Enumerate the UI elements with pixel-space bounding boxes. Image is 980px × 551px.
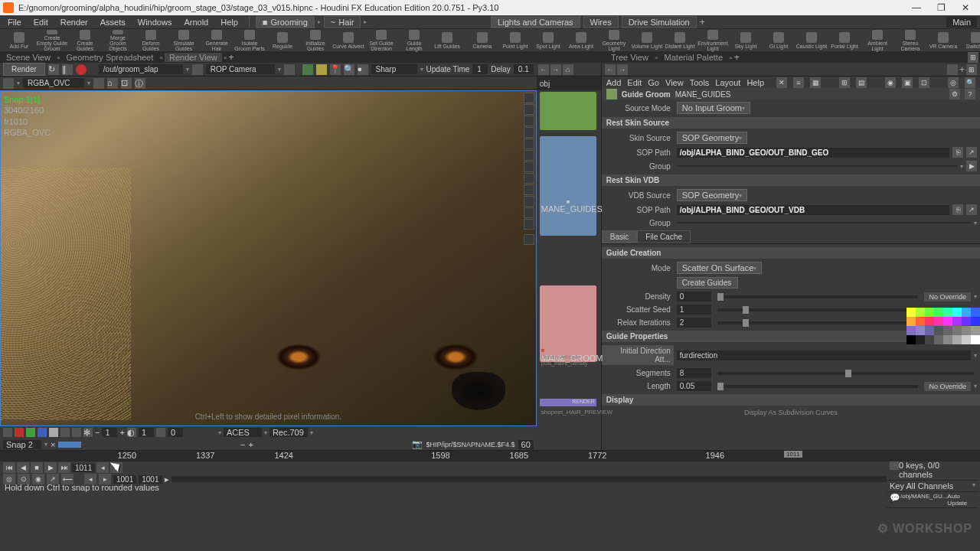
tab-tree-view[interactable]: Tree View (606, 53, 653, 62)
vdb-source-select[interactable]: SOP Geometry▾ (677, 189, 747, 201)
vb-icon[interactable] (60, 428, 70, 437)
render-path[interactable]: /out/groom_slap (99, 64, 183, 74)
chooser-icon[interactable]: ⎘ (952, 147, 963, 158)
color-swatch[interactable] (952, 326, 962, 335)
home-icon[interactable]: ⌂ (107, 78, 118, 89)
section-guide-creation[interactable]: Guide Creation (602, 247, 980, 259)
help-icon[interactable]: ? (965, 89, 975, 99)
vb-icon[interactable] (156, 428, 165, 437)
vp-tool-icon[interactable] (524, 173, 534, 184)
seed-input[interactable]: 1 (677, 305, 711, 315)
aov-select[interactable]: RGBA_OVC (23, 78, 84, 88)
pin-icon[interactable]: 📍 (330, 64, 341, 75)
color-swatch[interactable] (952, 308, 962, 317)
p-tool-icon[interactable]: ⊡ (919, 77, 929, 88)
gear-icon[interactable]: ⚙ (949, 89, 960, 99)
p-menu-go[interactable]: Go (648, 78, 659, 87)
node-mane-guides[interactable]: ■ MANE_GUIDES (540, 136, 596, 236)
create-guides-button[interactable]: Create Guides (677, 277, 738, 289)
shelf-tool[interactable]: Isolate Groom Parts (234, 30, 266, 51)
density-input[interactable]: 0 (677, 292, 711, 302)
info-icon[interactable]: ⓘ (135, 78, 145, 89)
add-shelf-icon[interactable]: + (700, 17, 705, 28)
vp-tool-icon[interactable] (524, 116, 534, 126)
vb-val2[interactable]: 1 (139, 428, 154, 437)
shelf-tool[interactable]: Simulate Guides (168, 30, 200, 51)
segments-input[interactable]: 8 (677, 368, 711, 378)
menu-arnold[interactable]: Arnold (179, 16, 213, 28)
vp-tool-icon[interactable] (524, 184, 534, 195)
menu-file[interactable]: File (3, 16, 26, 28)
color-swatch[interactable] (952, 317, 962, 326)
sop-path-input[interactable]: /obj/ALPHA_BIND_GEO/OUT_BIND_GEO (677, 148, 949, 158)
color-swatch[interactable] (925, 335, 934, 344)
prev-key-button[interactable]: ◂ (96, 462, 109, 473)
auto-update[interactable]: Auto Update (947, 493, 975, 507)
range-start[interactable]: 1001 (113, 475, 136, 484)
render-viewport[interactable]: Snap 1[1] 3040/2160 fr1010 RGBA_OVC (0, 90, 537, 426)
frame-icon[interactable]: ⊡ (121, 78, 132, 89)
shelf-tool[interactable]: Create Empty Guide Groom (36, 30, 68, 51)
render-node[interactable]: RENDER (540, 399, 596, 406)
minimize-button[interactable]: — (905, 1, 928, 15)
next-key-button[interactable]: ▸ (110, 462, 122, 473)
shelf-tab-lights[interactable]: Lights and Cameras (491, 16, 580, 28)
net-home-icon[interactable]: ⌂ (563, 64, 573, 75)
shelf-tool[interactable]: Distant Light (664, 30, 696, 51)
net-fwd-icon[interactable]: → (550, 64, 561, 75)
menu-assets[interactable]: Assets (96, 16, 130, 28)
color-swatch[interactable] (943, 317, 952, 326)
color-swatch[interactable] (943, 308, 952, 317)
color-swatch[interactable] (962, 335, 971, 344)
vb-icon[interactable] (3, 428, 12, 437)
jump-icon[interactable] (284, 64, 295, 75)
stop-icon[interactable] (76, 64, 87, 75)
zoom-icon[interactable]: 🔍 (344, 64, 354, 75)
color-swatch[interactable] (934, 308, 943, 317)
tab-geo-spreadsheet[interactable]: Geometry Spreadsheet (62, 53, 158, 62)
snap-num[interactable]: 60 (518, 440, 534, 449)
color-swatch[interactable] (916, 317, 925, 326)
p-menu-tools[interactable]: Tools (690, 78, 710, 87)
vb-alpha-icon[interactable] (49, 428, 58, 437)
p-tool-icon[interactable]: ◉ (885, 77, 896, 88)
p-menu-view[interactable]: View (665, 78, 684, 87)
color-swatch[interactable] (906, 326, 916, 335)
tab-basic[interactable]: Basic (602, 230, 637, 243)
shelf-tab-drive[interactable]: Drive Simulation (622, 16, 697, 28)
p-tool-icon[interactable]: ▣ (902, 77, 913, 88)
color-swatch[interactable] (971, 317, 980, 326)
tab-scene-view[interactable]: Scene View (2, 53, 55, 62)
color-swatch[interactable] (943, 335, 952, 344)
shelf-tool[interactable]: Environment Light (697, 30, 729, 51)
key-icon[interactable] (890, 461, 899, 470)
vp-tool-icon[interactable] (524, 93, 534, 103)
play-button[interactable]: ▶ (44, 462, 57, 473)
density-override[interactable]: No Override (924, 292, 971, 302)
p-tool-icon[interactable]: ⊞ (839, 77, 850, 88)
vp-tool-icon[interactable] (524, 104, 534, 115)
color-swatch[interactable] (916, 335, 925, 344)
shelf-tab-hair[interactable]: ~Hair (324, 16, 361, 28)
shelf-tool[interactable]: Portal Light (828, 30, 861, 51)
jump-icon[interactable]: ↗ (966, 147, 977, 158)
color-swatch[interactable] (962, 308, 971, 317)
tab-render-view[interactable]: Render View (165, 53, 222, 62)
shelf-tool[interactable]: Point Light (499, 30, 531, 51)
section-rest-skin-vdb[interactable]: Rest Skin VDB (602, 174, 980, 186)
p-add-icon[interactable]: + (959, 64, 965, 75)
view-icon[interactable] (3, 78, 14, 89)
vb-green-icon[interactable] (26, 428, 35, 437)
node[interactable] (540, 92, 596, 130)
add-tab-icon[interactable]: + (734, 52, 740, 63)
vp-tool-icon[interactable] (524, 127, 534, 138)
select-icon[interactable]: ▶ (966, 161, 977, 171)
color-swatch[interactable] (934, 335, 943, 344)
net-back-icon[interactable]: ← (538, 64, 549, 75)
shelf-tool[interactable]: Guide Length (398, 30, 430, 51)
vb-icon[interactable]: ✻ (83, 428, 93, 437)
colorspace-in[interactable]: ACES (224, 428, 262, 437)
color-swatch[interactable] (971, 335, 980, 344)
first-frame-button[interactable]: ⏮ (3, 462, 15, 473)
menu-render[interactable]: Render (56, 16, 93, 28)
